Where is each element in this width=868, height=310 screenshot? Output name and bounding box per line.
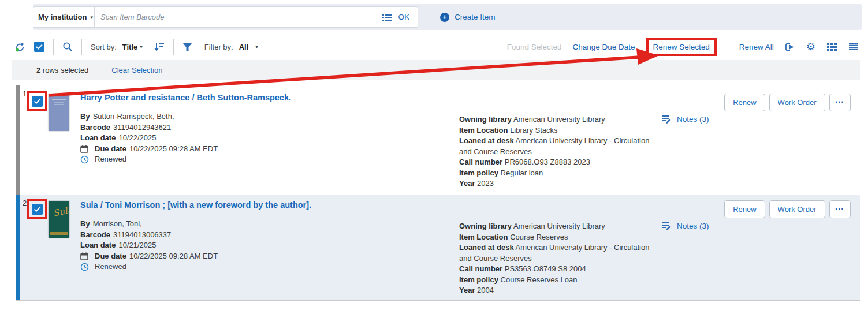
renew-all-button[interactable]: Renew All xyxy=(739,43,774,51)
item-title-link[interactable]: Sula / Toni Morrison ; [with a new forew… xyxy=(80,200,427,210)
rows-selected-count: 2 rows selected xyxy=(36,66,88,74)
more-actions-button[interactable]: ••• xyxy=(829,200,851,218)
chevron-down-icon: ▾ xyxy=(140,44,143,50)
toolbar-right-group: Found Selected Change Due Date Renew Sel… xyxy=(507,35,859,59)
row-select-checkbox[interactable] xyxy=(32,204,43,215)
renewed-status: Renewed xyxy=(95,262,126,272)
call-number-label: Call number xyxy=(459,158,502,166)
settings-gear-icon[interactable]: ⚙ xyxy=(806,42,815,52)
refresh-icon[interactable] xyxy=(14,42,25,53)
search-icon[interactable] xyxy=(62,42,73,52)
book-cover-thumbnail[interactable] xyxy=(49,94,69,131)
row1-checkbox-annotation-box xyxy=(27,91,47,111)
item-location-value: Library Stacks xyxy=(510,126,557,135)
scan-bar: My institution ▾ OK + Create Item xyxy=(33,4,862,30)
export-icon[interactable] xyxy=(785,42,795,52)
notes-link[interactable]: Notes (3) xyxy=(661,221,709,231)
row-number: 2 xyxy=(23,199,27,207)
due-date-value: 10/22/2025 09:28 AM EDT xyxy=(129,144,218,155)
loan-date-label: Loan date xyxy=(80,133,116,144)
work-order-button[interactable]: Work Order xyxy=(769,94,825,111)
barcode-label: Barcode xyxy=(80,122,110,133)
calendar-icon xyxy=(80,144,92,153)
filter-by-control[interactable]: Filter by: All ▾ xyxy=(204,43,258,51)
due-date-label: Due date xyxy=(95,144,126,155)
barcode-list-icon[interactable] xyxy=(382,13,392,22)
selection-bar: 2 rows selected Clear Selection xyxy=(12,60,860,80)
scan-item-barcode-input[interactable] xyxy=(95,13,377,21)
change-due-date-button[interactable]: Change Due Date xyxy=(572,43,635,51)
call-number-label: Call number xyxy=(459,264,502,273)
barcode-value: 31194012943621 xyxy=(113,122,171,133)
sort-order-icon[interactable] xyxy=(154,42,165,52)
toolbar-left-group: Sort by: Title ▾ Filter by: xyxy=(14,35,258,59)
renew-selected-annotation-box: Renew Selected xyxy=(646,38,717,56)
institution-selector-label: My institution xyxy=(38,13,87,21)
found-selected-button: Found Selected xyxy=(507,43,562,51)
renew-selected-button[interactable]: Renew Selected xyxy=(653,43,710,51)
institution-selector[interactable]: My institution ▾ xyxy=(33,7,95,27)
plus-icon: + xyxy=(440,13,449,22)
list-toolbar: Sort by: Title ▾ Filter by: xyxy=(0,35,868,59)
filter-by-value: All xyxy=(239,43,249,51)
loan-row-2: 2 Sula Sula / Toni Morrison ; [with a ne… xyxy=(16,195,860,301)
clear-selection-button[interactable]: Clear Selection xyxy=(111,66,162,74)
divider xyxy=(173,39,174,55)
create-item-label: Create Item xyxy=(455,13,496,21)
notes-link[interactable]: Notes (3) xyxy=(661,114,709,124)
by-value: Sutton-Ramspeck, Beth, xyxy=(93,111,174,122)
list-view-icon[interactable] xyxy=(826,43,837,51)
call-number-value: PS3563.O8749 S8 2004 xyxy=(505,264,586,273)
due-date-value: 10/22/2025 09:28 AM EDT xyxy=(129,251,218,262)
divider xyxy=(53,39,54,55)
loan-date-value: 10/22/2025 xyxy=(118,133,156,144)
calendar-icon xyxy=(80,251,92,260)
chevron-down-icon: ▾ xyxy=(255,44,258,50)
owning-library-value: American University Library xyxy=(513,222,605,230)
row-select-checkbox[interactable] xyxy=(32,96,43,107)
renew-button[interactable]: Renew xyxy=(724,200,765,218)
row-actions: Renew Work Order ••• xyxy=(724,200,851,218)
more-actions-button[interactable]: ••• xyxy=(829,94,851,111)
create-item-button[interactable]: + Create Item xyxy=(440,4,496,30)
item-policy-label: Item policy xyxy=(459,275,498,284)
row-actions: Renew Work Order ••• xyxy=(724,94,851,111)
item-title-link[interactable]: Harry Potter and resistance / Beth Sutto… xyxy=(80,93,427,102)
row-indicator-bar xyxy=(16,85,20,195)
item-policy-label: Item policy xyxy=(459,169,498,177)
sort-by-control[interactable]: Sort by: Title ▾ xyxy=(91,43,143,51)
renewed-clock-icon xyxy=(80,262,92,271)
divider xyxy=(379,11,379,24)
sort-by-label: Sort by: xyxy=(91,43,117,51)
filter-icon[interactable] xyxy=(182,43,192,51)
book-cover-thumbnail[interactable]: Sula xyxy=(49,201,69,238)
scan-field-group: My institution ▾ OK xyxy=(33,6,418,28)
notes-icon xyxy=(661,221,672,231)
notes-icon xyxy=(661,114,672,124)
divider xyxy=(728,39,728,55)
row-indicator-bar xyxy=(16,195,20,300)
item-info-column: Owning library American University Libra… xyxy=(459,221,660,296)
work-order-button[interactable]: Work Order xyxy=(769,200,825,218)
year-label: Year xyxy=(459,286,475,294)
renew-button[interactable]: Renew xyxy=(724,94,765,111)
chevron-down-icon: ▾ xyxy=(91,14,94,20)
barcode-label: Barcode xyxy=(80,230,110,241)
owning-library-label: Owning library xyxy=(459,222,512,230)
owning-library-value: American University Library xyxy=(513,115,605,124)
year-label: Year xyxy=(459,179,475,188)
divider xyxy=(81,39,82,55)
filter-by-label: Filter by: xyxy=(204,43,233,51)
renewed-status: Renewed xyxy=(95,154,126,165)
year-value: 2023 xyxy=(477,179,494,188)
renewed-clock-icon xyxy=(80,154,92,164)
select-all-checkbox[interactable] xyxy=(34,42,44,52)
notes-label: Notes (3) xyxy=(677,222,709,230)
item-location-value: Course Reserves xyxy=(510,233,568,241)
sort-by-value: Title xyxy=(122,43,138,51)
item-policy-value: Course Reserves Loan xyxy=(501,275,578,284)
row2-checkbox-annotation-box xyxy=(27,199,47,219)
ok-button[interactable]: OK xyxy=(398,13,409,21)
item-policy-value: Regular loan xyxy=(501,169,543,177)
dense-list-icon[interactable] xyxy=(848,42,859,51)
